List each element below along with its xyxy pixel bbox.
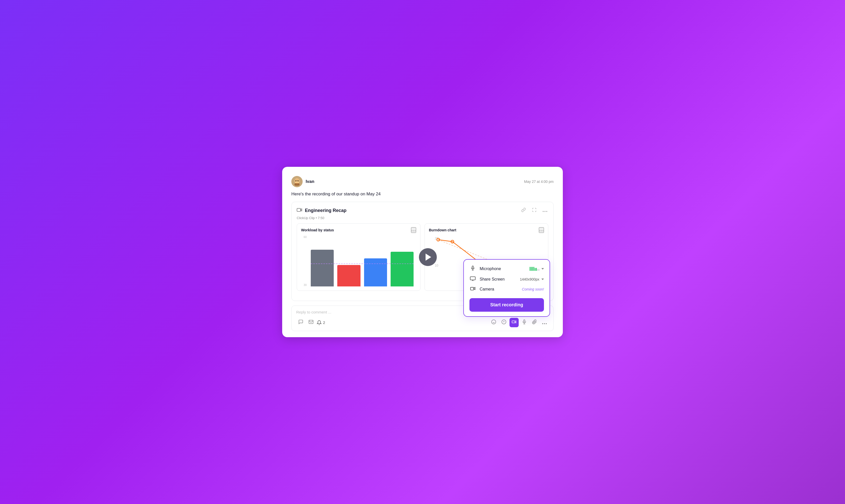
mic-bar-3 [532,267,533,271]
screen-chevron-icon [541,278,544,280]
svg-rect-37 [472,266,473,268]
link-button[interactable] [520,206,527,215]
mic-bar-4 [534,267,534,271]
microphone-row: Microphone [469,265,544,272]
workload-chart-header: Workload by status [301,227,416,233]
play-icon [426,254,431,261]
comment-tool-button[interactable] [296,318,305,327]
more-options-button[interactable] [542,207,548,214]
mic-bar-6 [536,268,537,271]
post-body: Here's the recording of our standup on M… [291,191,554,197]
burndown-chart-title: Burndown chart [429,228,456,232]
bar-gray [311,250,334,286]
svg-rect-31 [524,320,525,322]
workload-chart: Workload by status 60 30 [297,223,420,291]
clip-header: Engineering Recap [297,206,548,215]
bar-red [337,265,360,286]
clip-title: Engineering Recap [305,208,346,213]
svg-rect-6 [297,209,301,212]
workload-bar-chart: 60 30 [301,235,416,286]
record-tool-button[interactable] [509,318,519,327]
svg-rect-40 [470,277,475,280]
share-screen-label: Share Screen [480,277,516,282]
camera-label: Camera [480,287,518,291]
mic-bar-2 [531,267,532,271]
clip-meta: ClickUp Clip • 7:50 [297,216,548,220]
svg-point-15 [542,230,543,231]
svg-point-34 [542,323,543,324]
mic-bar-1 [530,267,531,271]
camera-row: Camera Coming soon! [469,286,544,292]
notification-badge: 2 [317,320,325,325]
svg-point-13 [539,230,540,231]
expand-button[interactable] [531,206,538,215]
svg-point-35 [544,323,545,324]
post-time: May 27 at 4:00 pm [524,180,554,184]
svg-rect-3 [294,183,300,186]
mic-bar-5 [535,268,536,271]
bar-blue [364,258,387,286]
attachment-tool-button[interactable] [530,318,539,327]
clip-title-row: Engineering Recap [297,208,346,214]
svg-point-10 [412,230,413,231]
gif-tool-button[interactable] [499,318,508,327]
svg-point-9 [546,211,547,212]
mic-level-bars [530,267,539,271]
notification-count: 2 [323,320,325,325]
svg-point-36 [546,323,547,324]
burndown-more-button[interactable] [539,227,544,233]
post-author: Ivan [291,176,314,187]
svg-point-11 [413,230,414,231]
main-card: Ivan May 27 at 4:00 pm Here's the record… [282,167,563,338]
svg-text:10: 10 [435,264,438,267]
workload-more-button[interactable] [411,227,416,233]
play-button[interactable] [419,248,437,266]
microphone-value [530,267,544,271]
mic-bar-7 [537,269,538,271]
emoji-tool-button[interactable] [489,318,498,327]
mic-chevron-icon [541,268,544,270]
camera-coming-soon: Coming soon! [522,287,544,291]
start-recording-button[interactable]: Start recording [469,298,544,312]
bar-green [391,252,414,286]
svg-point-8 [544,211,545,212]
share-screen-value[interactable]: 1440x900px [520,277,544,281]
svg-point-5 [298,180,299,181]
camera-icon [469,286,476,292]
workload-chart-title: Workload by status [301,228,334,232]
more-tool-button[interactable] [540,318,549,327]
clip-actions [520,206,548,215]
microphone-label: Microphone [480,267,526,271]
svg-point-12 [415,230,416,231]
share-screen-row: Share Screen 1440x900px [469,276,544,282]
post-header: Ivan May 27 at 4:00 pm [291,176,554,187]
mail-tool-button[interactable] [306,318,316,327]
svg-point-4 [295,180,296,181]
mic-bar-8 [539,269,539,271]
avatar [291,176,303,187]
svg-point-26 [492,320,496,324]
microphone-icon [469,265,476,272]
video-clip-icon [297,208,302,214]
bar-chart-inner [304,235,414,286]
share-screen-icon [469,276,476,282]
svg-point-7 [543,211,544,212]
svg-point-14 [541,230,542,231]
svg-rect-30 [512,321,515,323]
reply-toolbar: 2 [296,318,549,327]
svg-rect-41 [470,287,474,290]
svg-rect-25 [309,320,313,324]
mic-tool-button[interactable] [520,318,529,327]
author-name: Ivan [306,179,314,184]
recording-popup: Microphone [463,259,550,317]
burndown-chart-header: Burndown chart [429,227,544,233]
